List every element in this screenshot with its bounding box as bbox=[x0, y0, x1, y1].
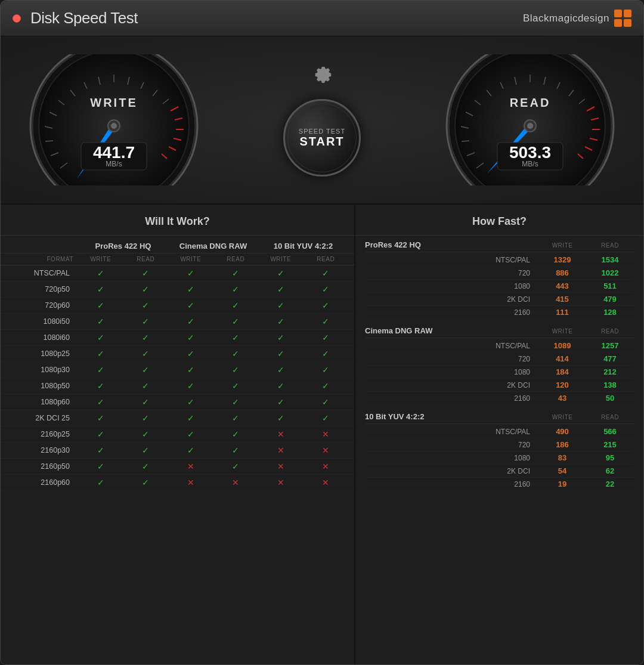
write-value: 43 bbox=[538, 394, 586, 403]
write-value: 414 bbox=[538, 354, 586, 363]
settings-icon[interactable] bbox=[311, 63, 333, 87]
check-mark: ✓ bbox=[168, 413, 213, 423]
svg-text:READ: READ bbox=[510, 96, 551, 109]
codec-title-row: ProRes 422 HQWRITEREAD bbox=[365, 240, 634, 252]
read-value: 128 bbox=[586, 308, 634, 317]
read-value: 212 bbox=[586, 367, 634, 376]
cross-mark: ✕ bbox=[258, 478, 304, 487]
table-row: 720186215 bbox=[365, 438, 634, 451]
check-mark: ✓ bbox=[213, 397, 259, 407]
check-mark: ✓ bbox=[123, 478, 169, 487]
row-label: 2K DCI bbox=[365, 381, 538, 389]
check-mark: ✓ bbox=[304, 268, 349, 278]
codec-group: Cinema DNG RAWWRITEREADNTSC/PAL108912577… bbox=[355, 321, 643, 407]
yuv-read-label: READ bbox=[304, 256, 349, 262]
row-label: 2K DCI bbox=[365, 467, 538, 475]
check-mark: ✓ bbox=[78, 365, 123, 375]
table-row: 2K DCI5462 bbox=[365, 465, 634, 478]
check-mark: ✓ bbox=[258, 365, 304, 375]
row-label: 1080 bbox=[365, 368, 538, 376]
read-value: 1257 bbox=[586, 341, 634, 350]
codec-yuv-header: 10 Bit YUV 4:2:2 bbox=[258, 242, 348, 250]
table-row: 720p60✓✓✓✓✓✓ bbox=[1, 298, 354, 314]
svg-text:503.3: 503.3 bbox=[509, 143, 551, 162]
write-value: 111 bbox=[538, 308, 586, 317]
write-column-header: WRITE bbox=[538, 328, 586, 335]
check-mark: ✓ bbox=[78, 478, 123, 487]
read-column-header: READ bbox=[586, 242, 634, 249]
check-mark: ✓ bbox=[258, 397, 304, 407]
codec-title-row: 10 Bit YUV 4:2:2WRITEREAD bbox=[365, 412, 634, 424]
row-label: 2K DCI bbox=[365, 295, 538, 304]
check-mark: ✓ bbox=[123, 268, 169, 278]
check-mark: ✓ bbox=[213, 413, 259, 423]
check-mark: ✓ bbox=[78, 333, 123, 342]
prores-read-label: READ bbox=[123, 256, 169, 262]
read-gauge: READ 503.3 MB/s bbox=[441, 54, 620, 185]
table-row: 2K DCI415479 bbox=[365, 293, 634, 306]
check-mark: ✓ bbox=[168, 365, 213, 375]
codec-prores-header: ProRes 422 HQ bbox=[78, 242, 168, 250]
codec-name: Cinema DNG RAW bbox=[365, 326, 538, 335]
table-row: 2160111128 bbox=[365, 306, 634, 319]
check-mark: ✓ bbox=[78, 317, 123, 326]
check-mark: ✓ bbox=[123, 397, 169, 407]
check-mark: ✓ bbox=[258, 381, 304, 391]
row-label: 2160 bbox=[365, 308, 538, 317]
read-value: 566 bbox=[586, 427, 634, 436]
read-column-header: READ bbox=[586, 414, 634, 420]
table-row: 2K DCI120138 bbox=[365, 379, 634, 392]
table-row: 1080p25✓✓✓✓✓✓ bbox=[1, 346, 354, 362]
row-format-label: 2160p60 bbox=[7, 478, 78, 487]
check-mark: ✓ bbox=[213, 333, 259, 342]
check-mark: ✓ bbox=[78, 301, 123, 310]
svg-line-11 bbox=[45, 141, 53, 141]
cross-mark: ✕ bbox=[168, 462, 213, 471]
speed-test-label: SPEED TEST bbox=[299, 128, 345, 135]
check-mark: ✓ bbox=[78, 284, 123, 294]
check-mark: ✓ bbox=[78, 413, 123, 423]
write-value: 443 bbox=[538, 282, 586, 290]
check-mark: ✓ bbox=[78, 381, 123, 391]
check-mark: ✓ bbox=[123, 301, 169, 310]
table-row: 1080184212 bbox=[365, 366, 634, 379]
will-it-work-rows: NTSC/PAL✓✓✓✓✓✓720p50✓✓✓✓✓✓720p60✓✓✓✓✓✓10… bbox=[1, 265, 354, 491]
row-format-label: 1080p30 bbox=[7, 366, 78, 374]
svg-text:WRITE: WRITE bbox=[90, 96, 137, 109]
check-mark: ✓ bbox=[258, 317, 304, 326]
table-row: NTSC/PAL490566 bbox=[365, 425, 634, 438]
brand-dot-1 bbox=[614, 10, 622, 17]
write-column-header: WRITE bbox=[538, 414, 586, 420]
check-mark: ✓ bbox=[168, 317, 213, 326]
check-mark: ✓ bbox=[258, 349, 304, 358]
codec-name: 10 Bit YUV 4:2:2 bbox=[365, 412, 538, 421]
row-format-label: 720p50 bbox=[7, 285, 78, 293]
table-row: 7208861022 bbox=[365, 267, 634, 280]
check-mark: ✓ bbox=[213, 349, 259, 358]
yuv-write-label: WRITE bbox=[258, 256, 304, 262]
check-mark: ✓ bbox=[123, 429, 169, 439]
write-value: 120 bbox=[538, 381, 586, 389]
row-format-label: 2K DCI 25 bbox=[7, 414, 78, 422]
table-row: NTSC/PAL13291534 bbox=[365, 253, 634, 267]
row-label: NTSC/PAL bbox=[365, 342, 538, 350]
format-label: FORMAT bbox=[7, 256, 78, 262]
close-button[interactable] bbox=[13, 14, 21, 23]
read-value: 215 bbox=[586, 440, 634, 449]
check-mark: ✓ bbox=[168, 429, 213, 439]
row-label: 720 bbox=[365, 441, 538, 449]
table-row: 2160p60✓✓✕✕✕✕ bbox=[1, 475, 354, 491]
row-label: NTSC/PAL bbox=[365, 256, 538, 264]
dng-write-label: WRITE bbox=[168, 256, 213, 262]
brand-logo: Blackmagicdesign bbox=[523, 10, 631, 27]
write-value: 184 bbox=[538, 367, 586, 376]
table-row: 720p50✓✓✓✓✓✓ bbox=[1, 282, 354, 298]
check-mark: ✓ bbox=[123, 365, 169, 375]
read-value: 1534 bbox=[586, 255, 634, 264]
start-button[interactable]: SPEED TEST START bbox=[283, 99, 361, 177]
table-row: 1080p50✓✓✓✓✓✓ bbox=[1, 378, 354, 394]
read-value: 95 bbox=[586, 453, 634, 462]
row-format-label: 2160p50 bbox=[7, 462, 78, 471]
app-window: Disk Speed Test Blackmagicdesign bbox=[0, 0, 644, 665]
codec-name: ProRes 422 HQ bbox=[365, 240, 538, 249]
